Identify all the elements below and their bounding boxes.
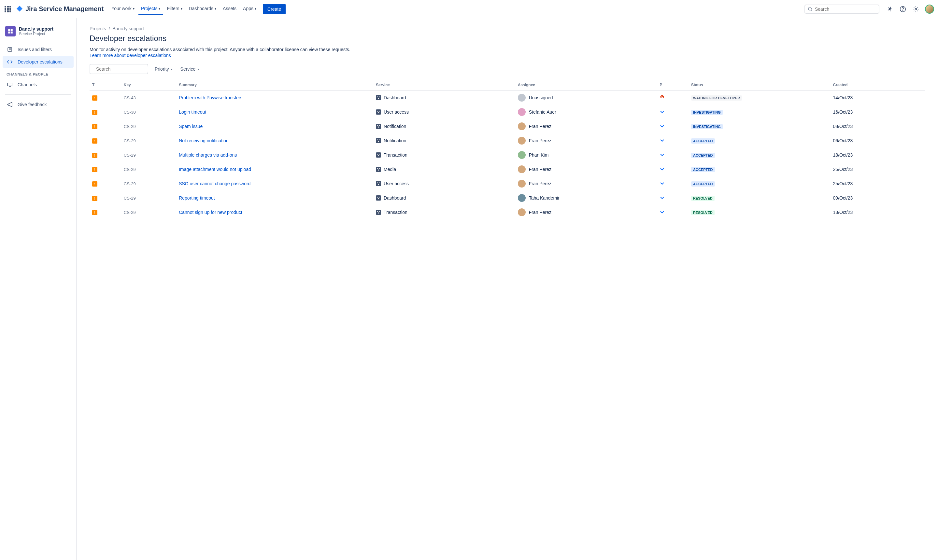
search-icon (808, 6, 813, 12)
issue-summary-link[interactable]: Spam issue (179, 124, 203, 129)
priority-icon (657, 119, 688, 134)
breadcrumb-projects[interactable]: Projects (89, 26, 106, 31)
global-search-input[interactable] (815, 6, 876, 12)
create-button[interactable]: Create (263, 4, 286, 14)
status-badge[interactable]: RESOLVED (691, 210, 715, 215)
assignee-avatar[interactable] (518, 151, 526, 159)
project-header[interactable]: Banc.ly support Service Project (3, 26, 74, 43)
status-badge[interactable]: ACCEPTED (691, 153, 715, 158)
svg-rect-8 (8, 83, 12, 86)
sidebar-item-channels[interactable]: Channels (3, 79, 74, 91)
assignee-avatar[interactable] (518, 137, 526, 145)
sidebar-divider (5, 94, 71, 95)
issue-summary-link[interactable]: Multiple charges via add-ons (179, 152, 237, 158)
issue-summary-link[interactable]: SSO user cannot change password (179, 181, 251, 186)
service-name: Transaction (384, 152, 407, 158)
help-icon[interactable] (899, 5, 907, 13)
table-row: ! CS-29 Spam issue Notification Fran Per… (89, 119, 925, 134)
sidebar-item-developer-escalations[interactable]: Developer escalations (3, 56, 74, 68)
issue-type-icon: ! (92, 167, 97, 172)
issue-summary-link[interactable]: Reporting timeout (179, 195, 215, 200)
created-date: 06/Oct/23 (830, 134, 925, 148)
filter-search[interactable] (89, 64, 148, 74)
issue-key[interactable]: CS-29 (121, 205, 176, 220)
filter-search-input[interactable] (96, 66, 153, 72)
assignee-avatar[interactable] (518, 108, 526, 116)
assignee-avatar[interactable] (518, 122, 526, 130)
nav-your-work[interactable]: Your work▾ (109, 3, 137, 15)
assignee-avatar[interactable] (518, 94, 526, 102)
sidebar-item-label: Issues and filters (18, 47, 52, 52)
svg-line-1 (811, 10, 812, 11)
nav-projects[interactable]: Projects▾ (139, 3, 163, 15)
product-logo[interactable]: Jira Service Management (15, 5, 103, 13)
nav-filters[interactable]: Filters▾ (164, 3, 185, 15)
issue-type-icon: ! (92, 124, 97, 129)
assignee-name: Fran Perez (529, 124, 551, 129)
status-badge[interactable]: WAITING FOR DEVELOPER (691, 95, 742, 101)
th-service[interactable]: Service (373, 80, 515, 90)
service-icon (376, 124, 381, 129)
th-key[interactable]: Key (121, 80, 176, 90)
notifications-icon[interactable] (886, 5, 894, 13)
assignee-avatar[interactable] (518, 165, 526, 173)
svg-line-56 (379, 212, 379, 213)
global-search[interactable] (804, 5, 879, 14)
assignee-name: Phan Kim (529, 152, 549, 158)
created-date: 08/Oct/23 (830, 119, 925, 134)
th-created[interactable]: Created (830, 80, 925, 90)
service-icon (376, 210, 381, 215)
svg-line-55 (378, 212, 379, 213)
sidebar-item-issues-and-filters[interactable]: Issues and filters (3, 44, 74, 55)
issue-summary-link[interactable]: Image attachment would not upload (179, 167, 251, 172)
status-badge[interactable]: ACCEPTED (691, 138, 715, 143)
priority-icon (657, 162, 688, 177)
th-summary[interactable]: Summary (176, 80, 373, 90)
priority-icon (657, 90, 688, 105)
assignee-avatar[interactable] (518, 180, 526, 188)
filter-service[interactable]: Service ▾ (179, 65, 201, 74)
status-badge[interactable]: ACCEPTED (691, 182, 715, 186)
filter-priority[interactable]: Priority ▾ (153, 65, 174, 74)
issue-summary-link[interactable]: Problem with Paywise transfers (179, 95, 242, 100)
issue-key[interactable]: CS-29 (121, 148, 176, 162)
issue-summary-link[interactable]: Cannot sign up for new product (179, 210, 242, 215)
th-type[interactable]: T (89, 80, 121, 90)
issue-key[interactable]: CS-43 (121, 90, 176, 105)
issue-summary-link[interactable]: Login timeout (179, 109, 206, 115)
issue-summary-link[interactable]: Not receiving notification (179, 138, 229, 143)
issue-key[interactable]: CS-29 (121, 177, 176, 191)
app-switcher-icon[interactable] (4, 5, 12, 13)
nav-assets[interactable]: Assets (220, 3, 239, 15)
issue-key[interactable]: CS-29 (121, 134, 176, 148)
table-row: ! CS-29 Image attachment would not uploa… (89, 162, 925, 177)
jira-icon (15, 5, 23, 13)
assignee-avatar[interactable] (518, 194, 526, 202)
issue-key[interactable]: CS-29 (121, 191, 176, 205)
issue-key[interactable]: CS-29 (121, 162, 176, 177)
th-priority[interactable]: P (657, 80, 688, 90)
learn-more-link[interactable]: Learn more about developer escalations (89, 53, 171, 58)
status-badge[interactable]: ACCEPTED (691, 167, 715, 172)
breadcrumb-project-name[interactable]: Banc.ly support (112, 26, 144, 31)
issue-key[interactable]: CS-30 (121, 105, 176, 119)
project-type: Service Project (19, 32, 54, 36)
assignee-avatar[interactable] (518, 208, 526, 216)
status-badge[interactable]: RESOLVED (691, 196, 715, 201)
th-status[interactable]: Status (688, 80, 830, 90)
user-avatar[interactable] (925, 5, 934, 14)
status-badge[interactable]: INVESTIGATING (691, 124, 723, 129)
chevron-down-icon: ▾ (171, 68, 173, 71)
topnav: Your work▾Projects▾Filters▾Dashboards▾As… (109, 3, 259, 15)
settings-icon[interactable] (912, 5, 920, 13)
priority-icon (657, 134, 688, 148)
priority-icon (657, 191, 688, 205)
nav-dashboards[interactable]: Dashboards▾ (186, 3, 219, 15)
issue-key[interactable]: CS-29 (121, 119, 176, 134)
status-badge[interactable]: INVESTIGATING (691, 110, 723, 115)
sidebar-item-feedback[interactable]: Give feedback (3, 98, 74, 110)
created-date: 18/Oct/23 (830, 148, 925, 162)
created-date: 14/Oct/23 (830, 90, 925, 105)
th-assignee[interactable]: Assignee (515, 80, 657, 90)
nav-apps[interactable]: Apps▾ (240, 3, 259, 15)
